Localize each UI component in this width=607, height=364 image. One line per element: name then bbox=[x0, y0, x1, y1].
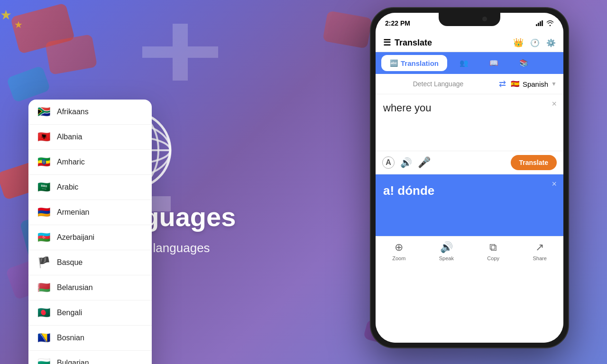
armenian-label: Armenian bbox=[57, 208, 89, 217]
basque-flag: 🏴 bbox=[37, 256, 50, 269]
zoom-label: Zoom bbox=[392, 255, 405, 261]
language-dropdown: 🇿🇦 Afrikaans 🇦🇱 Albania 🇪🇹 Amharic 🇸🇦 Ar… bbox=[28, 100, 152, 364]
camera-dot bbox=[482, 17, 487, 21]
lang-item-albania[interactable]: 🇦🇱 Albania bbox=[28, 125, 152, 150]
afrikaans-label: Afrikaans bbox=[57, 108, 89, 116]
crown-icon[interactable]: 👑 bbox=[513, 37, 524, 48]
lang-item-bulgarian[interactable]: 🇧🇬 Bulgarian bbox=[28, 351, 152, 364]
svg-rect-7 bbox=[536, 24, 537, 26]
dictionary-tab-icon: 📖 bbox=[489, 59, 498, 67]
translate-button[interactable]: Translate bbox=[511, 155, 557, 170]
lang-item-bosnian[interactable]: 🇧🇦 Bosnian bbox=[28, 326, 152, 351]
albania-label: Albania bbox=[57, 133, 82, 141]
lang-item-armenian[interactable]: 🇦🇲 Armenian bbox=[28, 200, 152, 225]
lang-item-basque[interactable]: 🏴 Basque bbox=[28, 250, 152, 275]
copy-label: Copy bbox=[487, 255, 499, 261]
phrasebook-tab-icon: 📚 bbox=[519, 59, 528, 67]
bosnian-label: Bosnian bbox=[57, 334, 84, 342]
copy-action[interactable]: ⧉ Copy bbox=[487, 241, 499, 261]
phone-screen: 2:22 PM bbox=[376, 13, 563, 343]
bulgarian-flag: 🇧🇬 bbox=[37, 357, 50, 364]
tab-bar: 🔤 Translation 👥 📖 📚 bbox=[376, 52, 563, 74]
chevron-down-icon: ▼ bbox=[551, 81, 557, 87]
phone-wrapper: 2:22 PM bbox=[370, 7, 598, 358]
lang-item-azerbaijani[interactable]: 🇦🇿 Azerbaijani bbox=[28, 225, 152, 250]
belarusian-flag: 🇧🇾 bbox=[37, 282, 50, 294]
albania-flag: 🇦🇱 bbox=[37, 131, 50, 143]
app-header: ☰ Translate 👑 🕐 ⚙️ bbox=[376, 34, 563, 52]
tab-conversation[interactable]: 👥 bbox=[451, 55, 477, 71]
arabic-label: Arabic bbox=[57, 183, 78, 191]
bottom-actions-bar: ⊕ Zoom 🔊 Speak ⧉ Copy ↗ Share bbox=[376, 236, 563, 266]
bosnian-flag: 🇧🇦 bbox=[37, 332, 50, 344]
share-label: Share bbox=[533, 255, 546, 261]
azerbaijani-label: Azerbaijani bbox=[57, 233, 94, 242]
translation-tab-icon: 🔤 bbox=[390, 59, 398, 67]
armenian-flag: 🇦🇲 bbox=[37, 206, 50, 218]
svg-rect-9 bbox=[540, 21, 541, 26]
zoom-icon: ⊕ bbox=[395, 241, 403, 254]
status-time: 2:22 PM bbox=[385, 19, 410, 27]
lang-item-bengali[interactable]: 🇧🇩 Bengali bbox=[28, 300, 152, 326]
phone-notch bbox=[439, 13, 500, 26]
afrikaans-flag: 🇿🇦 bbox=[37, 106, 50, 118]
lang-item-belarusian[interactable]: 🇧🇾 Belarusian bbox=[28, 275, 152, 300]
speaker-icon[interactable]: 🔊 bbox=[400, 157, 412, 168]
target-lang-btn[interactable]: 🇪🇸 Spanish ▼ bbox=[511, 80, 557, 88]
clear-source-btn[interactable]: × bbox=[552, 99, 557, 109]
clear-result-btn[interactable]: × bbox=[552, 179, 557, 189]
status-icons bbox=[536, 20, 554, 26]
copy-icon: ⧉ bbox=[489, 241, 497, 254]
source-lang-btn[interactable]: Detect Language bbox=[382, 80, 494, 88]
belarusian-label: Belarusian bbox=[57, 283, 93, 292]
swap-languages-icon[interactable]: ⇄ bbox=[499, 79, 506, 89]
spanish-flag: 🇪🇸 bbox=[511, 80, 520, 88]
bulgarian-label: Bulgarian bbox=[57, 359, 89, 364]
arabic-flag: 🇸🇦 bbox=[37, 181, 50, 193]
phone-frame: 2:22 PM bbox=[370, 7, 569, 348]
settings-icon[interactable]: ⚙️ bbox=[546, 38, 556, 47]
wifi-icon bbox=[546, 20, 554, 26]
speak-label: Speak bbox=[439, 255, 454, 261]
tab-phrasebook[interactable]: 📚 bbox=[511, 55, 537, 71]
tab-dictionary[interactable]: 📖 bbox=[481, 55, 507, 71]
zoom-action[interactable]: ⊕ Zoom bbox=[392, 241, 405, 261]
azerbaijani-flag: 🇦🇿 bbox=[37, 231, 50, 244]
result-text: a! dónde bbox=[383, 182, 556, 199]
text-format-icon[interactable]: A bbox=[382, 156, 395, 169]
translation-tab-label: Translation bbox=[401, 59, 439, 67]
screen-content: ☰ Translate 👑 🕐 ⚙️ 🔤 Translation bbox=[376, 34, 563, 343]
share-icon: ↗ bbox=[535, 241, 544, 254]
source-text-area[interactable]: where you × bbox=[376, 94, 563, 151]
svg-rect-10 bbox=[542, 20, 543, 26]
action-bar: A 🔊 🎤 Translate bbox=[376, 151, 563, 174]
header-right: 👑 🕐 ⚙️ bbox=[513, 37, 556, 48]
speak-action[interactable]: 🔊 Speak bbox=[439, 241, 454, 261]
bengali-label: Bengali bbox=[57, 309, 82, 317]
menu-icon[interactable]: ☰ bbox=[383, 37, 391, 48]
conversation-tab-icon: 👥 bbox=[460, 59, 469, 67]
basque-label: Basque bbox=[57, 258, 83, 267]
app-title: Translate bbox=[395, 38, 432, 48]
share-action[interactable]: ↗ Share bbox=[533, 241, 546, 261]
lang-item-afrikaans[interactable]: 🇿🇦 Afrikaans bbox=[28, 100, 152, 125]
amharic-flag: 🇪🇹 bbox=[37, 156, 50, 168]
lang-item-arabic[interactable]: 🇸🇦 Arabic bbox=[28, 175, 152, 200]
mic-icon[interactable]: 🎤 bbox=[418, 156, 431, 169]
result-area: a! dónde × bbox=[376, 174, 563, 236]
header-left: ☰ Translate bbox=[383, 37, 432, 48]
tab-translation[interactable]: 🔤 Translation bbox=[381, 55, 447, 71]
svg-rect-8 bbox=[538, 23, 539, 26]
source-text: where you bbox=[383, 101, 556, 116]
amharic-label: Amharic bbox=[57, 158, 85, 166]
speak-icon: 🔊 bbox=[440, 241, 453, 254]
target-lang-label: Spanish bbox=[523, 80, 548, 88]
history-icon[interactable]: 🕐 bbox=[530, 38, 540, 47]
signal-icon bbox=[536, 20, 543, 26]
bengali-flag: 🇧🇩 bbox=[37, 307, 50, 319]
lang-selector-bar: Detect Language ⇄ 🇪🇸 Spanish ▼ bbox=[376, 74, 563, 94]
lang-item-amharic[interactable]: 🇪🇹 Amharic bbox=[28, 150, 152, 175]
